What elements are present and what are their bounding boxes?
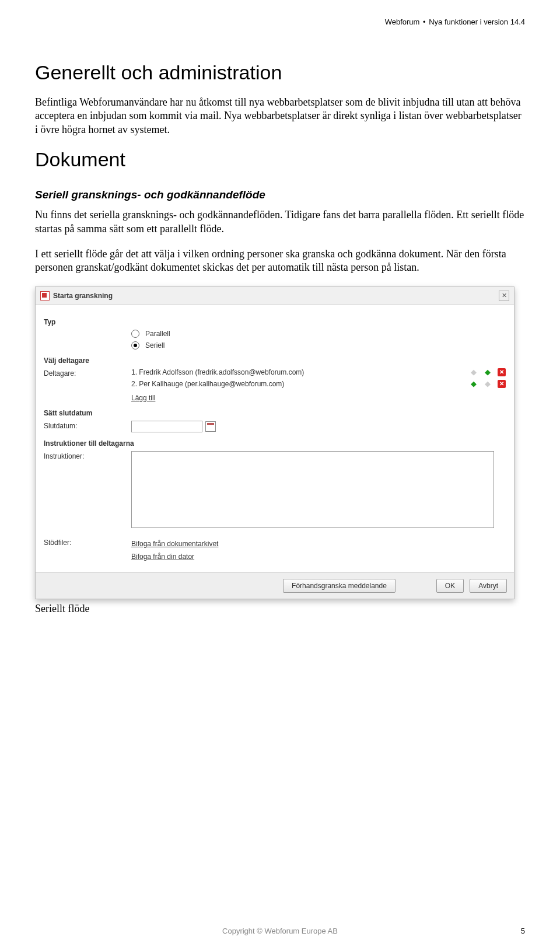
figure-caption: Seriellt flöde: [35, 603, 525, 615]
page-header: Webforum • Nya funktioner i version 14.4: [35, 18, 525, 26]
dialog-footer: Förhandsgranska meddelande OK Avbryt: [36, 572, 514, 599]
label-instructions: Instruktioner:: [44, 451, 131, 460]
preview-message-button[interactable]: Förhandsgranska meddelande: [283, 579, 396, 593]
paragraph-intro: Befintliga Webforumanvändare har nu åtko…: [35, 96, 525, 137]
heading-general-admin: Generellt och administration: [35, 61, 525, 84]
app-icon: [40, 291, 50, 300]
label-support-files: Stödfiler:: [44, 537, 131, 547]
subheading-serial-flow: Seriell gransknings- och godkännandeflöd…: [35, 188, 525, 201]
heading-dokument: Dokument: [35, 148, 525, 171]
participant-name: 2. Per Kallhauge (per.kallhauge@webforum…: [131, 380, 470, 388]
calendar-icon[interactable]: [205, 421, 216, 432]
move-up-icon[interactable]: ◆: [470, 368, 478, 376]
header-right: Nya funktioner i version 14.4: [429, 18, 525, 26]
participant-name: 1. Fredrik Adolfsson (fredrik.adolfsson@…: [131, 368, 470, 376]
ok-button[interactable]: OK: [436, 579, 464, 593]
add-participant-link[interactable]: Lägg till: [131, 394, 155, 402]
move-up-icon[interactable]: ◆: [470, 380, 478, 388]
participant-row: 2. Per Kallhauge (per.kallhauge@webforum…: [131, 380, 506, 388]
remove-icon[interactable]: ✕: [498, 380, 506, 388]
cancel-button[interactable]: Avbryt: [470, 579, 507, 593]
participant-row: 1. Fredrik Adolfsson (fredrik.adolfsson@…: [131, 368, 506, 376]
radio-parallel[interactable]: Parallell: [131, 330, 506, 338]
label-enddate: Slutdatum:: [44, 421, 131, 430]
section-label-type: Typ: [44, 318, 506, 326]
paragraph-serial-2: I ett seriellt flöde går det att välja i…: [35, 247, 525, 275]
dialog-body: Typ Parallell Seriell Välj deltagare Del…: [36, 305, 514, 572]
footer-copyright: Copyright © Webforum Europe AB: [52, 927, 508, 935]
instructions-textarea[interactable]: [131, 451, 494, 528]
close-icon[interactable]: ✕: [499, 291, 509, 301]
page-number: 5: [508, 927, 525, 935]
paragraph-serial-1: Nu finns det seriella gransknings- och g…: [35, 208, 525, 236]
section-label-participants: Välj deltagare: [44, 357, 506, 365]
header-left: Webforum: [385, 18, 420, 26]
radio-icon: [131, 330, 139, 338]
radio-icon: [131, 341, 139, 350]
enddate-input[interactable]: [131, 421, 202, 432]
start-review-dialog: Starta granskning ✕ Typ Parallell Seriel…: [35, 286, 514, 599]
remove-icon[interactable]: ✕: [498, 368, 506, 376]
attach-from-computer-link[interactable]: Bifoga från din dator: [131, 553, 218, 561]
attach-from-archive-link[interactable]: Bifoga från dokumentarkivet: [131, 540, 218, 548]
move-down-icon[interactable]: ◆: [484, 368, 492, 376]
radio-serial[interactable]: Seriell: [131, 341, 506, 350]
radio-parallel-label: Parallell: [145, 330, 170, 338]
section-label-instructions: Instruktioner till deltagarna: [44, 439, 506, 448]
dialog-titlebar: Starta granskning ✕: [36, 287, 514, 305]
radio-serial-label: Seriell: [145, 341, 164, 350]
page-footer: Copyright © Webforum Europe AB 5: [35, 927, 525, 935]
dialog-title: Starta granskning: [53, 292, 499, 300]
move-down-icon[interactable]: ◆: [484, 380, 492, 388]
bullet-icon: •: [423, 18, 426, 26]
label-participants: Deltagare:: [44, 368, 131, 378]
section-label-enddate: Sätt slutdatum: [44, 409, 506, 417]
